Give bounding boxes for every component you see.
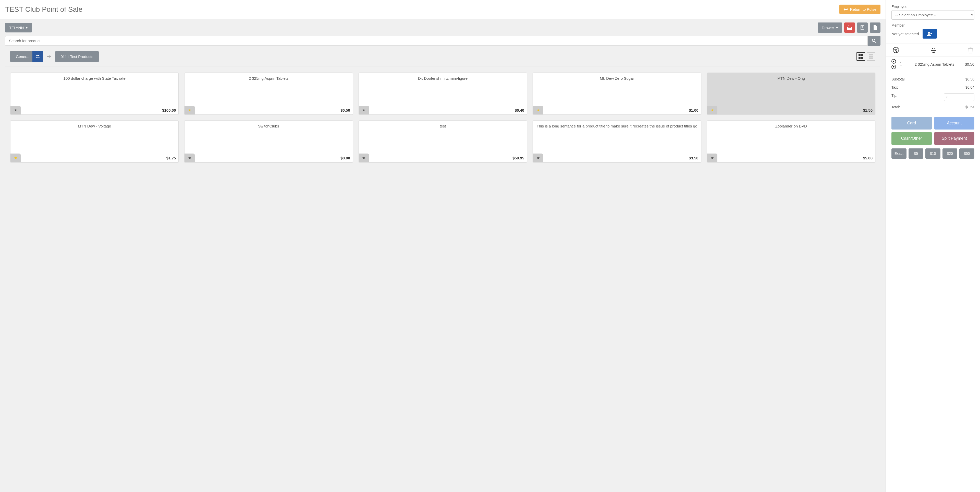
cash-register-icon <box>847 25 852 30</box>
product-price: $8.00 <box>340 156 350 160</box>
product-name: This is a long sentance for a product ti… <box>535 124 698 129</box>
star-icon: ★ <box>14 156 18 160</box>
caret-up-icon: ▲ <box>892 60 895 62</box>
svg-line-11 <box>875 42 876 43</box>
svg-line-17 <box>895 49 897 51</box>
cart-item-name: 2 325mg Asprin Tablets <box>904 62 965 66</box>
quick-amount-button[interactable]: $20 <box>942 149 958 159</box>
grid-2x2-icon <box>859 54 863 59</box>
add-member-button[interactable] <box>923 29 937 38</box>
qty-up-button[interactable]: ▲ <box>891 59 896 64</box>
product-name: MTN Dew - Orig <box>710 76 873 81</box>
star-icon: ★ <box>14 108 18 112</box>
product-name: 100 dollar charge with State Tax rate <box>13 76 176 81</box>
product-card[interactable]: Zoolander on DVD★$5.00 <box>707 120 875 163</box>
favorite-toggle[interactable]: ★ <box>11 153 21 162</box>
qty-down-button[interactable]: ▼ <box>891 65 896 69</box>
svg-point-15 <box>895 49 896 50</box>
discount-button[interactable] <box>892 47 899 54</box>
tip-input[interactable] <box>944 94 974 101</box>
favorite-toggle[interactable]: ★ <box>707 106 718 115</box>
breadcrumb-root[interactable]: General <box>10 51 35 62</box>
pay-split-button[interactable]: Split Payment <box>934 132 975 145</box>
grid-3x3-button[interactable] <box>867 52 875 61</box>
product-price: $3.50 <box>689 156 698 160</box>
search-input[interactable] <box>5 36 868 46</box>
swap-button[interactable] <box>32 51 43 62</box>
receipt-button[interactable] <box>857 22 868 33</box>
drawer-dropdown[interactable]: Drawer ▾ <box>818 22 842 33</box>
svg-rect-3 <box>848 27 849 28</box>
quick-amount-button[interactable]: Exact <box>891 149 907 159</box>
star-icon: ★ <box>188 156 191 160</box>
register-button[interactable] <box>844 22 855 33</box>
svg-point-12 <box>928 32 930 34</box>
pay-account-button[interactable]: Account <box>934 117 975 129</box>
cart-qty: 1 <box>900 62 902 67</box>
product-card[interactable]: Mt. Dew Zero Sugar★$1.00 <box>533 73 701 115</box>
grid-2x2-button[interactable] <box>856 52 865 61</box>
document-icon <box>873 25 877 30</box>
product-card[interactable]: 2 325mg Asprin Tablets★$0.50 <box>184 73 353 115</box>
quick-amount-button[interactable]: $5 <box>908 149 924 159</box>
product-card[interactable]: Dr. Doofenshmirtz mini-figure★$0.40 <box>359 73 527 115</box>
strikethrough-icon <box>930 48 937 53</box>
arrow-right-icon <box>46 54 52 59</box>
search-button[interactable] <box>868 36 880 46</box>
favorite-toggle[interactable]: ★ <box>11 106 21 115</box>
tip-label: Tip: <box>891 94 897 101</box>
strikethrough-button[interactable] <box>930 47 937 54</box>
svg-rect-6 <box>861 26 864 30</box>
favorite-toggle[interactable]: ★ <box>533 106 543 115</box>
pay-card-button[interactable]: Card <box>891 117 932 129</box>
favorite-toggle[interactable]: ★ <box>359 153 369 162</box>
product-card[interactable]: SwitchClubs★$8.00 <box>184 120 353 163</box>
star-icon: ★ <box>362 156 366 160</box>
product-card[interactable]: This is a long sentance for a product ti… <box>533 120 701 163</box>
product-name: MTN Dew - Voltage <box>13 124 176 129</box>
receipt-icon <box>860 25 864 30</box>
product-name: 2 325mg Asprin Tablets <box>187 76 350 81</box>
quick-amount-button[interactable]: $50 <box>959 149 974 159</box>
product-card[interactable]: 100 dollar charge with State Tax rate★$1… <box>10 73 179 115</box>
product-card[interactable]: test★$59.95 <box>359 120 527 163</box>
svg-rect-18 <box>931 50 936 51</box>
member-status: Not yet selected. <box>891 32 920 36</box>
return-icon <box>843 8 848 11</box>
product-price: $1.00 <box>689 108 698 112</box>
star-icon: ★ <box>362 108 366 112</box>
user-dropdown[interactable]: TFLYNN ▾ <box>5 23 32 32</box>
favorite-toggle[interactable]: ★ <box>185 106 195 115</box>
product-price: $1.75 <box>166 156 176 160</box>
quick-amount-button[interactable]: $10 <box>925 149 940 159</box>
product-name: SwitchClubs <box>187 124 350 129</box>
favorite-toggle[interactable]: ★ <box>533 153 543 162</box>
svg-point-16 <box>896 51 897 52</box>
product-price: $0.50 <box>340 108 350 112</box>
product-name: test <box>361 124 524 129</box>
svg-point-10 <box>872 39 875 42</box>
total-label: Total: <box>891 105 900 109</box>
trash-icon <box>968 47 974 53</box>
return-to-pulse-button[interactable]: Return to Pulse <box>839 5 880 14</box>
pay-cash-button[interactable]: Cash/Other <box>891 132 932 145</box>
product-name: Zoolander on DVD <box>710 124 873 129</box>
delete-button[interactable] <box>968 47 974 54</box>
favorite-toggle[interactable]: ★ <box>185 153 195 162</box>
employee-select[interactable]: -- Select an Employee -- <box>891 10 974 20</box>
cart-line-item[interactable]: ▲ ▼ 1 2 325mg Asprin Tablets $0.50 <box>886 56 980 72</box>
product-card[interactable]: MTN Dew - Voltage★$1.75 <box>10 120 179 163</box>
svg-rect-2 <box>847 29 852 30</box>
swap-icon <box>35 54 40 59</box>
caret-down-icon: ▾ <box>836 25 838 30</box>
product-card[interactable]: MTN Dew - Orig★$1.50 <box>707 73 875 115</box>
svg-rect-5 <box>850 27 851 28</box>
document-button[interactable] <box>870 22 880 33</box>
breadcrumb-current[interactable]: 0111 Test Products <box>55 51 99 62</box>
tax-label: Tax: <box>891 85 898 89</box>
percent-badge-icon <box>892 47 899 54</box>
star-icon: ★ <box>536 156 540 160</box>
favorite-toggle[interactable]: ★ <box>359 106 369 115</box>
product-price: $1.50 <box>863 108 873 112</box>
favorite-toggle[interactable]: ★ <box>707 153 718 162</box>
